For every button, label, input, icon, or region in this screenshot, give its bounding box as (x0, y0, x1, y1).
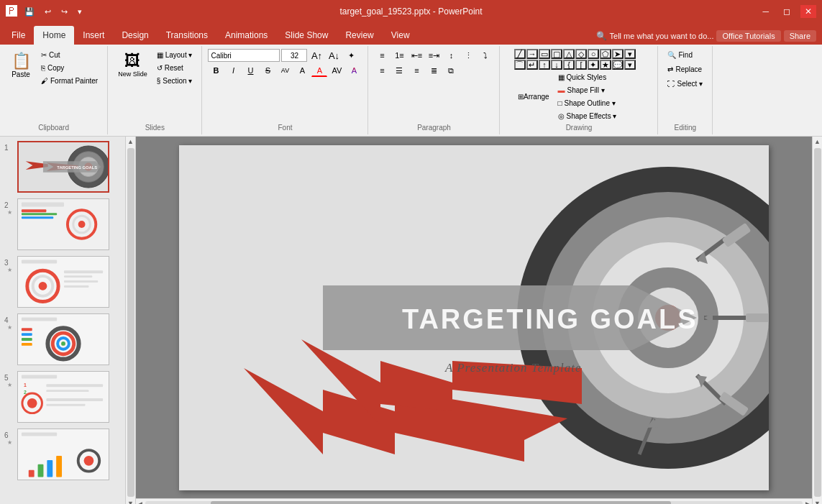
slide-thumb-1[interactable]: 1 TARGETING GOALS (3, 139, 122, 194)
smallcaps-button[interactable]: AV (277, 64, 293, 77)
tab-file[interactable]: File (3, 26, 34, 45)
shape-triangle[interactable]: △ (563, 49, 575, 59)
minimize-button[interactable]: ─ (758, 5, 773, 18)
tab-animations[interactable]: Animations (216, 26, 276, 45)
slide-thumb-4[interactable]: 4 ★ (3, 312, 122, 367)
shape-pentagon[interactable]: ⬠ (600, 49, 611, 59)
increase-font-button[interactable]: A↑ (309, 49, 324, 62)
canvas-scroll-up[interactable]: ▲ (813, 137, 822, 147)
align-center-button[interactable]: ☰ (391, 64, 407, 77)
scroll-thumb[interactable] (127, 148, 134, 497)
shape-arrow-right[interactable]: ➤ (612, 49, 624, 59)
slide-panel-vscroll[interactable]: ▲ ▼ (126, 137, 136, 504)
select-editing-button[interactable]: ⛶ Select ▾ (664, 78, 706, 90)
font-size-input[interactable] (281, 49, 307, 62)
find-button[interactable]: 🔍 Find (664, 49, 695, 61)
char-spacing-button[interactable]: AV (329, 64, 344, 77)
italic-button[interactable]: I (225, 64, 241, 77)
hscroll-track[interactable] (145, 501, 803, 505)
layout-button[interactable]: ▦ Layout ▾ (153, 49, 196, 61)
redo-qat-button[interactable]: ↪ (58, 6, 70, 17)
shape-more[interactable]: ▾ (624, 49, 636, 59)
hscroll-thumb[interactable] (211, 501, 671, 505)
scroll-up-arrow[interactable]: ▲ (126, 137, 135, 147)
shape-diamond[interactable]: ◇ (575, 49, 587, 59)
shape-round-rect[interactable]: ▢ (551, 49, 562, 59)
section-button[interactable]: § Section ▾ (153, 75, 196, 87)
tab-review[interactable]: Review (337, 26, 382, 45)
shape-up-arrow[interactable]: ↑ (539, 60, 550, 70)
shape-brace[interactable]: { (563, 60, 575, 70)
decrease-font-button[interactable]: A↓ (326, 49, 342, 62)
tab-home[interactable]: Home (34, 26, 74, 45)
clear-format-button[interactable]: ✦ (343, 49, 359, 62)
shape-circle[interactable]: ○ (588, 49, 599, 59)
shape-arrow-line[interactable]: → (526, 49, 538, 59)
office-tutorials-button[interactable]: Office Tutorials (716, 30, 780, 42)
restore-button[interactable]: ◻ (779, 5, 795, 18)
canvas-area[interactable]: TARGETING GOALS A Presentation Template (136, 137, 812, 498)
numbering-button[interactable]: 1≡ (391, 49, 407, 62)
shadow-button[interactable]: A (294, 64, 310, 77)
increase-indent-button[interactable]: ≡⇥ (426, 49, 442, 62)
bullets-button[interactable]: ≡ (374, 49, 390, 62)
shape-fill-button[interactable]: ▬ Shape Fill ▾ (554, 84, 621, 96)
customize-qat-button[interactable]: ▾ (75, 6, 85, 17)
tell-me-input[interactable]: Tell me what you want to do... (610, 32, 714, 40)
align-left-button[interactable]: ≡ (374, 64, 390, 77)
strikethrough-button[interactable]: S (260, 64, 275, 77)
columns-button[interactable]: ⋮ (460, 49, 476, 62)
replace-button[interactable]: ⇄ Replace (664, 63, 705, 75)
shape-curved[interactable]: ⌒ (514, 60, 526, 70)
reset-button[interactable]: ↺ Reset (153, 62, 196, 74)
shape-star5[interactable]: ★ (600, 60, 611, 70)
shape-outline-button[interactable]: □ Shape Outline ▾ (554, 97, 621, 109)
arrange-button[interactable]: ⊞ Arrange (514, 91, 553, 103)
align-right-button[interactable]: ≡ (408, 64, 424, 77)
underline-button[interactable]: U (242, 64, 258, 77)
shape-more2[interactable]: ▾ (624, 60, 636, 70)
scroll-down-arrow[interactable]: ▼ (126, 498, 135, 504)
copy-button[interactable]: ⎘ Copy (37, 62, 101, 74)
shape-callout[interactable]: 💬 (612, 60, 624, 70)
tab-view[interactable]: View (383, 26, 419, 45)
quick-styles-button[interactable]: ▦ Quick Styles (554, 71, 621, 83)
cut-button[interactable]: ✂ Cut (37, 49, 101, 61)
shape-bent-arrow[interactable]: ↵ (526, 60, 538, 70)
tab-transitions[interactable]: Transitions (157, 26, 216, 45)
text-direction-button[interactable]: ⤵ (478, 49, 493, 62)
canvas-scroll-down[interactable]: ▼ (813, 498, 822, 504)
slide-canvas[interactable]: TARGETING GOALS A Presentation Template (179, 145, 769, 490)
line-spacing-button[interactable]: ↕ (443, 49, 459, 62)
canvas-vscroll[interactable]: ▲ ▼ (812, 137, 822, 504)
shape-down-arrow[interactable]: ↓ (551, 60, 562, 70)
slide-thumb-5[interactable]: 5 ★ 1 2 (3, 370, 122, 424)
slide-thumb-6[interactable]: 6 ★ (3, 427, 122, 482)
shape-line[interactable]: ╱ (514, 49, 526, 59)
format-painter-button[interactable]: 🖌 Format Painter (37, 75, 101, 87)
slide-thumb-3[interactable]: 3 ★ (3, 255, 122, 309)
font-name-input[interactable] (208, 49, 280, 62)
justify-button[interactable]: ≣ (426, 64, 442, 77)
new-slide-button[interactable]: 🖼 New Slide (114, 49, 152, 81)
shape-star4[interactable]: ✦ (588, 60, 599, 70)
decrease-indent-button[interactable]: ⇤≡ (408, 49, 424, 62)
font-color2-button[interactable]: A (346, 64, 362, 77)
canvas-scroll-thumb[interactable] (814, 148, 821, 497)
shape-bracket[interactable]: [ (575, 60, 587, 70)
tab-insert[interactable]: Insert (74, 26, 113, 45)
hscroll-right-arrow[interactable]: ▶ (804, 499, 812, 505)
search-ribbon-icon[interactable]: 🔍 (596, 31, 607, 41)
share-button[interactable]: Share (784, 30, 816, 42)
close-button[interactable]: ✕ (800, 5, 816, 18)
bold-button[interactable]: B (208, 64, 224, 77)
paste-button[interactable]: 📋 Paste (6, 49, 36, 81)
save-qat-button[interactable]: 💾 (22, 6, 37, 17)
hscroll-left-arrow[interactable]: ◀ (136, 499, 144, 505)
tab-slideshow[interactable]: Slide Show (276, 26, 337, 45)
canvas-hscroll[interactable]: ◀ ▶ (136, 498, 812, 504)
font-color-button[interactable]: A (311, 64, 327, 77)
shape-effects-button[interactable]: ◎ Shape Effects ▾ (554, 110, 621, 122)
slide-thumb-2[interactable]: 2 ★ (3, 197, 122, 252)
tab-design[interactable]: Design (113, 26, 157, 45)
